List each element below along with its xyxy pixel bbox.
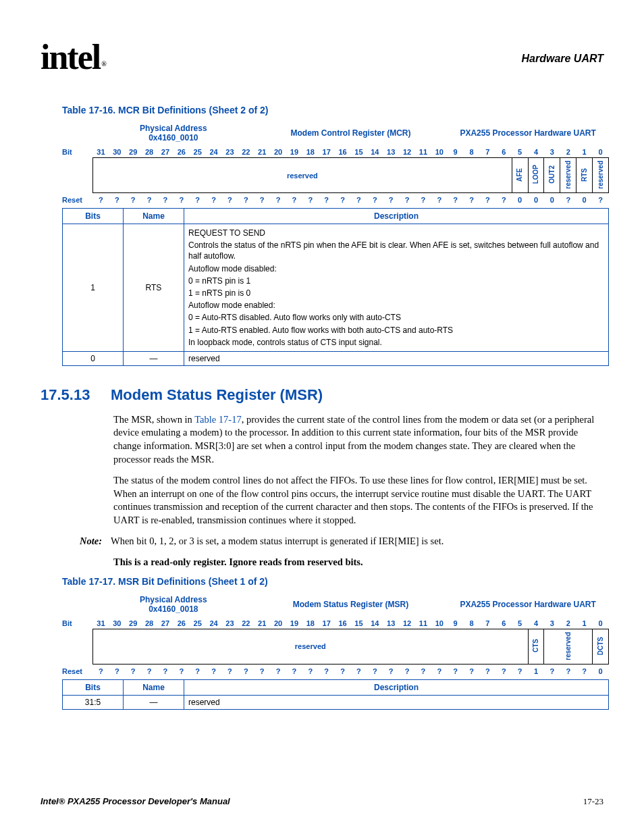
field-reserved2: reserved	[560, 158, 576, 193]
intel-logo: intel®	[41, 37, 104, 77]
reg-name: Modem Control Register (MCR)	[254, 120, 448, 147]
body-para-2: The status of the modem control lines do…	[113, 474, 603, 527]
bit-label: Bit	[62, 147, 92, 158]
field-rts: RTS	[576, 158, 593, 193]
phys-addr-label: Physical Address	[94, 595, 252, 604]
mcr-desc-table: Bits Name Description 1 RTS REQUEST TO S…	[62, 208, 609, 366]
note: Note:When bit 0, 1, 2, or 3 is set, a mo…	[80, 535, 603, 548]
hdr-name: Name	[124, 679, 184, 695]
header-right: Hardware UART	[521, 53, 603, 65]
hdr-desc: Description	[184, 209, 609, 224]
reg-name: Modem Status Register (MSR)	[254, 591, 448, 618]
table2-caption: Table 17-17. MSR Bit Definitions (Sheet …	[62, 576, 603, 587]
table-ref-link[interactable]: Table 17-17	[194, 414, 241, 425]
table1-caption: Table 17-16. MCR Bit Definitions (Sheet …	[62, 105, 603, 115]
table-row: 0 — reserved	[63, 351, 609, 365]
bit-label: Bit	[62, 618, 92, 629]
field-reserved3: reserved	[593, 158, 609, 193]
phys-addr: 0x4160_0010	[94, 133, 252, 142]
msr-register-table: Physical Address 0x4160_0018 Modem Statu…	[62, 591, 609, 677]
hdr-bits: Bits	[63, 209, 124, 224]
phys-addr-label: Physical Address	[94, 124, 252, 133]
hdr-name: Name	[124, 209, 184, 224]
field-reserved: reserved	[92, 158, 512, 193]
field-reserved: reserved	[92, 629, 528, 664]
reset-label: Reset	[62, 193, 92, 206]
field-loop: LOOP	[528, 158, 544, 193]
phys-addr: 0x4160_0018	[94, 604, 252, 614]
section-heading: 17.5.13Modem Status Register (MSR)	[41, 386, 603, 404]
table-row: 31:5 — reserved	[63, 695, 609, 709]
chip-name: PXA255 Processor Hardware UART	[448, 120, 609, 147]
field-out2: OUT2	[544, 158, 560, 193]
mcr-register-table: Physical Address 0x4160_0010 Modem Contr…	[62, 120, 609, 205]
field-dcts: DCTS	[593, 629, 609, 664]
field-reserved2: reserved	[544, 629, 593, 664]
msr-desc-table: Bits Name Description 31:5 — reserved	[62, 679, 609, 710]
hdr-bits: Bits	[63, 679, 124, 695]
footer-page-number: 17-23	[583, 796, 603, 807]
footer-left: Intel® PXA255 Processor Developer's Manu…	[41, 796, 230, 806]
table-row: 1 RTS REQUEST TO SEND Controls the statu…	[63, 224, 609, 352]
chip-name: PXA255 Processor Hardware UART	[448, 591, 609, 618]
page-footer: Intel® PXA255 Processor Developer's Manu…	[41, 796, 603, 807]
bold-note: This is a read-only register. Ignore rea…	[113, 556, 603, 568]
body-para-1: The MSR, shown in Table 17-17, provides …	[113, 413, 603, 466]
field-afe: AFE	[512, 158, 528, 193]
reset-label: Reset	[62, 664, 92, 677]
hdr-desc: Description	[184, 679, 609, 695]
field-cts: CTS	[528, 629, 544, 664]
